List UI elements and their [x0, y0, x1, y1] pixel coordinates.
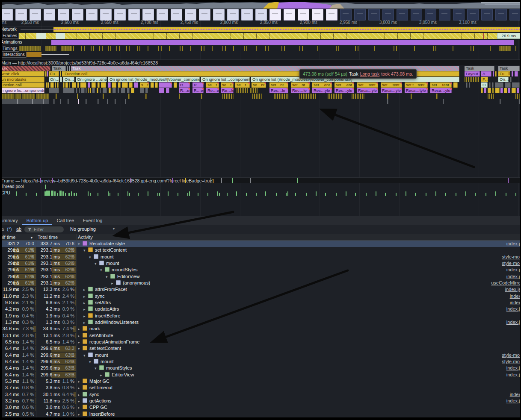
expand-icon[interactable]: ▸ [78, 339, 83, 345]
gpu-tick[interactable] [198, 193, 198, 196]
flame-bar[interactable] [69, 82, 70, 88]
flame-bar[interactable] [237, 88, 249, 93]
animations-track[interactable]: Animations [0, 39, 521, 45]
flame-bar[interactable]: n ignore lis…omponents\/) [0, 88, 44, 93]
flame-bar[interactable]: On…) [49, 77, 59, 82]
flame-bar[interactable] [65, 82, 68, 88]
flame-bar[interactable] [79, 88, 80, 93]
source-link[interactable]: useCodeMirror [491, 280, 521, 286]
flame-bar[interactable] [504, 88, 507, 93]
flame-bar[interactable] [125, 99, 126, 104]
flame-bar[interactable] [488, 94, 494, 99]
activity-cell[interactable]: ▸getActions [78, 398, 521, 404]
cpu-overview-strip[interactable] [0, 1, 521, 9]
flame-bar[interactable] [201, 94, 202, 99]
flame-bar[interactable] [97, 88, 98, 93]
flame-bar[interactable] [112, 82, 116, 88]
flame-bar[interactable] [67, 66, 68, 71]
flame-bar[interactable]: set …ent [335, 82, 354, 88]
activity-header[interactable]: Activity [78, 235, 93, 240]
flame-bar[interactable]: R… [192, 82, 204, 88]
flame-bar[interactable] [481, 88, 483, 93]
filmstrip-thumbnail[interactable] [397, 9, 408, 21]
activity-cell[interactable]: ▾mountStyles [78, 267, 521, 273]
flame-bar[interactable]: set…nt [269, 82, 288, 88]
flame-bar[interactable] [328, 94, 342, 99]
screenshot-filmstrip[interactable] [0, 9, 521, 20]
thread-pool-track[interactable]: Thread pool [0, 184, 521, 190]
flame-bar[interactable]: Task [498, 66, 520, 71]
filmstrip-thumbnail[interactable] [213, 9, 225, 21]
table-row[interactable]: 291.1 ms61.6 %293.1 ms62.0 %▾set textCon… [0, 247, 521, 253]
flame-bar[interactable]: On…) [498, 77, 509, 82]
gpu-tick[interactable] [44, 191, 46, 196]
table-row[interactable]: 4.2 ms0.9 %4.2 ms0.9 %▸updateAttrsindex.… [0, 306, 521, 312]
flame-bar[interactable] [15, 94, 21, 99]
flame-bar[interactable] [103, 94, 104, 99]
flame-bar[interactable] [488, 88, 491, 93]
main-thread-flame-chart[interactable]: askTaskTaskTaskTaskvent: clickFu…llFunct… [0, 65, 521, 106]
flame-bar[interactable]: Rec…yle [312, 88, 332, 93]
table-row[interactable]: 1.3 ms0.3 %1.3 ms0.3 %▸addWindowListener… [0, 319, 521, 326]
chevron-down-icon[interactable]: ▼ [112, 227, 115, 231]
gpu-tick[interactable] [396, 193, 397, 196]
flame-bar[interactable] [92, 82, 96, 88]
table-row[interactable]: 3.2 ms0.7 %11.8 ms2.5 %▸getActionsindex.… [0, 398, 521, 404]
table-header[interactable]: elf time ▼ Total time Activity [0, 234, 521, 241]
table-row[interactable]: 291.1 ms61.6 %293.1 ms62.0 %▾mountstyle-… [0, 260, 521, 267]
flame-bar[interactable] [145, 88, 148, 93]
long-task-link[interactable]: Long task [360, 71, 380, 76]
flame-bar[interactable] [45, 71, 47, 76]
gpu-tick[interactable] [118, 193, 118, 196]
gpu-tick[interactable] [157, 193, 158, 196]
flame-bar[interactable]: se…t [221, 82, 234, 88]
gpu-tick[interactable] [62, 191, 64, 196]
gpu-tick[interactable] [265, 191, 266, 196]
gpu-tick[interactable] [385, 193, 386, 196]
collapse-icon[interactable]: ▾ [89, 359, 94, 365]
gpu-track[interactable]: GPU [0, 190, 521, 197]
activity-cell[interactable]: ▸requestAnimationFrame [78, 339, 521, 345]
flame-bar[interactable] [495, 88, 500, 93]
flame-bar[interactable] [109, 88, 111, 93]
source-link[interactable]: style-mod [502, 352, 521, 358]
gpu-tick[interactable] [346, 191, 346, 196]
flame-bar[interactable] [69, 66, 70, 71]
table-row[interactable]: 11.0 ms2.3 %11.2 ms2.4 %▸syncindex. [0, 293, 521, 300]
flame-bar[interactable]: Rec…le [269, 88, 288, 93]
filmstrip-thumbnail[interactable] [100, 9, 112, 21]
flame-bar[interactable] [500, 88, 503, 93]
expand-icon[interactable]: ▸ [78, 411, 83, 417]
table-row[interactable]: 3.7 ms0.8 %3.8 ms0.8 %▸setTimeout [0, 385, 521, 391]
flame-bar[interactable] [101, 82, 106, 88]
flame-bar[interactable] [76, 88, 77, 93]
tab-bottom-up[interactable]: Bottom-up [22, 216, 53, 225]
interactions-track[interactable]: Interactions [0, 51, 521, 58]
gpu-tick[interactable] [475, 193, 476, 196]
grouping-select[interactable]: No grouping [70, 226, 96, 232]
gpu-tick[interactable] [189, 191, 190, 196]
filmstrip-thumbnail[interactable] [425, 9, 436, 21]
gpu-tick[interactable] [236, 191, 237, 196]
source-link[interactable]: index.js [506, 319, 521, 326]
collapse-icon[interactable]: ▾ [100, 267, 105, 273]
flame-bar[interactable]: set t…tent [405, 82, 428, 88]
source-link[interactable]: index.js [506, 267, 521, 273]
flame-bar[interactable] [166, 88, 169, 93]
activity-cell[interactable]: ▾mountStyles [78, 365, 521, 371]
table-row[interactable]: 291.1 ms61.6 %293.1 ms62.0 %▾mountstyle-… [0, 254, 521, 260]
flame-bar[interactable] [68, 99, 69, 104]
flame-bar[interactable]: On ignore list (\/node_modules\/|\/bower… [108, 77, 200, 82]
flame-bar[interactable] [515, 71, 518, 76]
collapse-icon[interactable]: ▾ [89, 254, 94, 260]
flame-bar[interactable]: On ignore …onents\/) [76, 77, 107, 82]
gpu-tick[interactable] [415, 193, 416, 196]
flame-bar[interactable] [86, 88, 87, 93]
table-row[interactable]: 3.0 ms0.6 %3.0 ms0.6 %▸CPP GC [0, 404, 521, 411]
filmstrip-thumbnail[interactable] [495, 9, 507, 21]
flame-bar[interactable]: set …tent [381, 82, 402, 88]
flame-bar[interactable] [17, 99, 18, 104]
flame-bar[interactable] [50, 82, 54, 88]
activity-cell[interactable]: ▾mount [78, 260, 521, 267]
gpu-tick[interactable] [506, 193, 506, 196]
